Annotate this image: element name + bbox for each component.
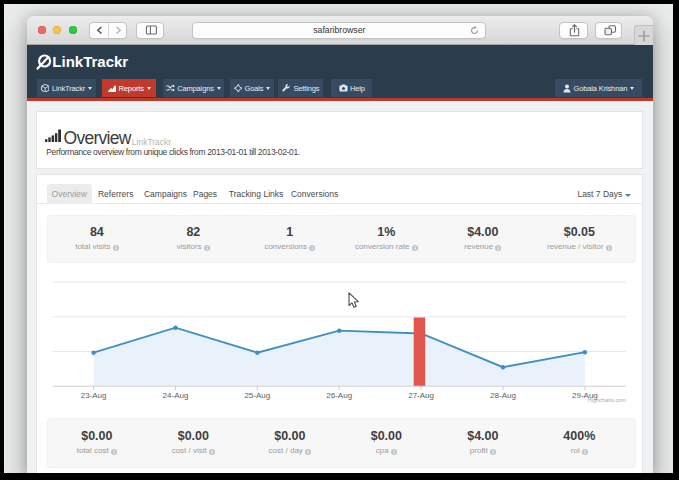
svg-text:27-Aug: 27-Aug — [408, 391, 434, 400]
svg-text:25-Aug: 25-Aug — [245, 391, 271, 400]
svg-text:24-Aug: 24-Aug — [163, 391, 189, 400]
svg-text:Highcharts.com: Highcharts.com — [588, 397, 627, 403]
svg-text:23-Aug: 23-Aug — [81, 391, 107, 400]
svg-text:28-Aug: 28-Aug — [490, 391, 516, 400]
svg-text:26-Aug: 26-Aug — [327, 391, 353, 400]
